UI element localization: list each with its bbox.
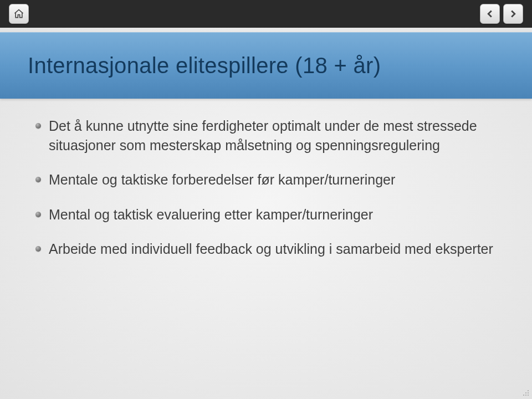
- slide-title: Internasjonale elitespillere (18 + år): [28, 53, 381, 78]
- next-button[interactable]: [503, 4, 523, 24]
- list-item: Arbeide med individuell feedback og utvi…: [33, 239, 499, 259]
- slide-body: Det å kunne utnytte sine ferdigheter opt…: [33, 116, 499, 274]
- list-item: Mental og taktisk evaluering etter kampe…: [33, 205, 499, 224]
- list-item: Mentale og taktiske forberedelser før ka…: [33, 170, 499, 190]
- prev-button[interactable]: [480, 4, 500, 24]
- home-icon: [13, 8, 24, 19]
- bullet-list: Det å kunne utnytte sine ferdigheter opt…: [33, 116, 499, 259]
- resize-handle-icon: [520, 387, 529, 396]
- home-button[interactable]: [9, 4, 29, 24]
- nav-group: [480, 4, 523, 24]
- chevron-left-icon: [486, 10, 494, 18]
- chevron-right-icon: [509, 10, 517, 18]
- list-item: Det å kunne utnytte sine ferdigheter opt…: [33, 116, 499, 155]
- top-toolbar: [0, 0, 532, 28]
